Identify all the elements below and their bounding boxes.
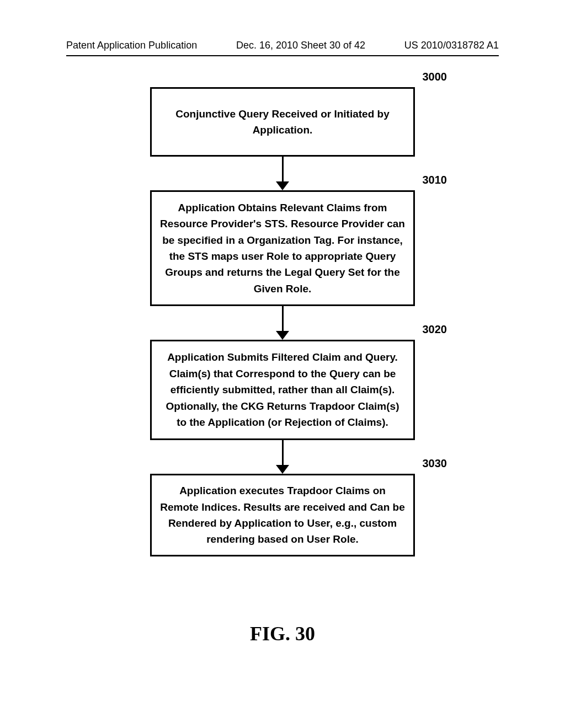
flowchart: 3000 Conjunctive Query Received or Initi… — [0, 87, 565, 556]
ref-label: 3010 — [423, 174, 447, 186]
flow-arrow — [276, 440, 289, 474]
flow-box-text: Application executes Trapdoor Claims on … — [159, 483, 406, 548]
arrow-head-icon — [276, 465, 289, 474]
flow-box: Application executes Trapdoor Claims on … — [150, 474, 415, 556]
arrow-shaft — [282, 440, 284, 465]
page-header: Patent Application Publication Dec. 16, … — [0, 40, 565, 51]
flow-step-3020: 3020 Application Submits Filtered Claim … — [150, 340, 415, 440]
arrow-shaft — [282, 157, 284, 182]
flow-step-3000: 3000 Conjunctive Query Received or Initi… — [150, 87, 415, 157]
flow-box: Application Submits Filtered Claim and Q… — [150, 340, 415, 440]
header-right: US 2010/0318782 A1 — [404, 40, 499, 51]
flow-box-text: Application Obtains Relevant Claims from… — [159, 200, 406, 297]
ref-label: 3000 — [423, 71, 447, 83]
header-left: Patent Application Publication — [66, 40, 197, 51]
header-center: Dec. 16, 2010 Sheet 30 of 42 — [236, 40, 365, 51]
ref-label: 3020 — [423, 323, 447, 336]
figure-caption: FIG. 30 — [0, 622, 565, 645]
flow-arrow — [276, 306, 289, 340]
ref-label: 3030 — [423, 457, 447, 470]
arrow-head-icon — [276, 331, 289, 340]
arrow-shaft — [282, 306, 284, 331]
arrow-head-icon — [276, 181, 289, 190]
flow-arrow — [276, 157, 289, 190]
flow-box: Conjunctive Query Received or Initiated … — [150, 87, 415, 157]
header-rule — [66, 55, 499, 56]
flow-box: Application Obtains Relevant Claims from… — [150, 190, 415, 306]
flow-box-text: Application Submits Filtered Claim and Q… — [159, 349, 406, 430]
flow-step-3030: 3030 Application executes Trapdoor Claim… — [150, 474, 415, 556]
flow-box-text: Conjunctive Query Received or Initiated … — [159, 106, 406, 138]
flow-step-3010: 3010 Application Obtains Relevant Claims… — [150, 190, 415, 306]
